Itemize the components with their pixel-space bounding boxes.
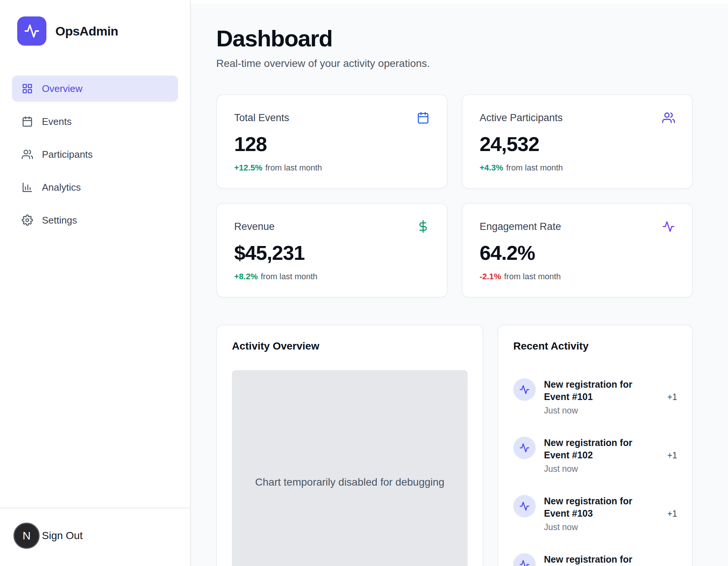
activity-time: Just now	[544, 464, 659, 474]
activity-badge: +1	[667, 450, 677, 461]
activity-badge: +1	[667, 509, 677, 519]
stat-card-revenue: Revenue $45,231 +8.2%from last month	[216, 203, 447, 298]
calendar-icon	[22, 116, 33, 127]
stat-value: 24,532	[480, 132, 675, 156]
activity-time: Just now	[544, 522, 659, 532]
activity-title: New registration for Event #101	[544, 378, 644, 403]
bottom-section: Activity Overview Chart temporarily disa…	[216, 324, 693, 566]
list-item: New registration for Event #104 Just now…	[513, 553, 677, 566]
sidebar-nav: Overview Events Participants Analytics S…	[12, 76, 178, 233]
activity-title: New registration for Event #103	[544, 495, 644, 519]
users-icon	[22, 149, 33, 160]
sidebar-item-label: Settings	[42, 215, 77, 226]
activity-title: New registration for Event #102	[544, 437, 644, 461]
sidebar-item-overview[interactable]: Overview	[12, 76, 178, 102]
pulse-icon	[513, 437, 536, 459]
stat-card-engagement-rate: Engagement Rate 64.2% -2.1%from last mon…	[462, 203, 693, 298]
list-item: New registration for Event #101 Just now…	[513, 378, 677, 416]
activity-list: New registration for Event #101 Just now…	[513, 378, 677, 566]
pulse-icon	[513, 553, 536, 566]
stat-delta: -2.1%	[480, 272, 501, 281]
stat-delta-note: from last month	[261, 272, 318, 281]
sidebar-item-settings[interactable]: Settings	[12, 207, 178, 233]
stat-label: Active Participants	[480, 112, 563, 124]
stat-delta: +12.5%	[234, 163, 262, 172]
pulse-logo-icon	[17, 16, 46, 46]
gear-icon	[22, 215, 33, 226]
panel-title: Activity Overview	[232, 340, 468, 352]
page-subtitle: Real-time overview of your activity oper…	[216, 58, 693, 70]
sidebar-item-analytics[interactable]: Analytics	[12, 174, 178, 200]
stat-value: 128	[234, 132, 429, 156]
stat-label: Total Events	[234, 112, 289, 124]
user-avatar[interactable]: N	[13, 523, 40, 549]
app-name: OpsAdmin	[55, 24, 118, 39]
stat-card-total-events: Total Events 128 +12.5%from last month	[216, 94, 447, 189]
activity-body: New registration for Event #101 Just now	[544, 378, 659, 416]
pulse-icon	[513, 378, 536, 401]
activity-body: New registration for Event #102 Just now	[544, 437, 659, 474]
activity-badge: +1	[667, 392, 677, 402]
sidebar-footer: N Sign Out	[0, 508, 190, 566]
stats-grid: Total Events 128 +12.5%from last month A…	[216, 94, 693, 298]
stat-delta: +8.2%	[234, 272, 258, 281]
stat-delta-row: -2.1%from last month	[480, 272, 675, 282]
calendar-icon	[417, 111, 429, 124]
sidebar-item-label: Events	[42, 116, 72, 127]
activity-title: New registration for Event #104	[544, 553, 644, 566]
sidebar-item-label: Analytics	[42, 182, 81, 193]
stat-delta-note: from last month	[265, 163, 322, 172]
sidebar-item-participants[interactable]: Participants	[12, 141, 178, 167]
sidebar-item-label: Participants	[42, 149, 93, 160]
stat-value: 64.2%	[480, 241, 675, 264]
stat-delta-row: +4.3%from last month	[480, 163, 675, 173]
activity-body: New registration for Event #104 Just now	[544, 553, 659, 566]
stat-card-active-participants: Active Participants 24,532 +4.3%from las…	[462, 94, 693, 189]
sidebar-item-events[interactable]: Events	[12, 108, 178, 135]
chart-placeholder: Chart temporarily disabled for debugging	[232, 370, 468, 566]
main-content: Dashboard Real-time overview of your act…	[191, 0, 728, 566]
stat-label: Engagement Rate	[480, 221, 561, 233]
activity-time: Just now	[544, 406, 659, 416]
chart-placeholder-text: Chart temporarily disabled for debugging	[255, 476, 444, 488]
sidebar-item-label: Overview	[42, 83, 82, 95]
list-item: New registration for Event #102 Just now…	[513, 437, 677, 474]
activity-overview-panel: Activity Overview Chart temporarily disa…	[216, 324, 483, 566]
sign-out-button[interactable]: Sign Out	[42, 530, 83, 542]
recent-activity-panel: Recent Activity New registration for Eve…	[498, 324, 693, 566]
stat-delta: +4.3%	[480, 163, 503, 172]
stat-delta-note: from last month	[504, 272, 561, 281]
pulse-icon	[513, 495, 536, 517]
logo: OpsAdmin	[12, 16, 178, 46]
bar-chart-icon	[22, 182, 33, 193]
stat-delta-row: +8.2%from last month	[234, 272, 429, 282]
stat-value: $45,231	[234, 241, 429, 264]
page-title: Dashboard	[216, 25, 693, 52]
activity-body: New registration for Event #103 Just now	[544, 495, 659, 532]
list-item: New registration for Event #103 Just now…	[513, 495, 677, 532]
stat-delta-row: +12.5%from last month	[234, 163, 429, 173]
dollar-icon	[417, 220, 429, 233]
stat-label: Revenue	[234, 221, 275, 233]
sidebar: OpsAdmin Overview Events Participants An…	[0, 0, 191, 566]
users-icon	[662, 111, 675, 124]
panel-title: Recent Activity	[513, 340, 677, 352]
pulse-icon	[662, 220, 675, 233]
stat-delta-note: from last month	[506, 163, 563, 172]
grid-icon	[22, 83, 33, 94]
